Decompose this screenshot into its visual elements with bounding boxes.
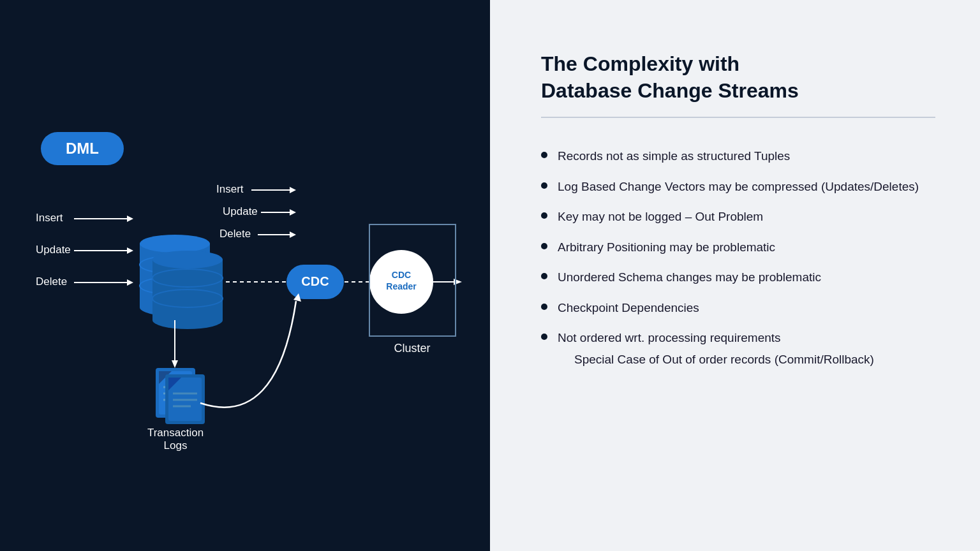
svg-point-18 — [152, 251, 223, 268]
bullet-dot — [541, 273, 547, 279]
svg-rect-44 — [156, 368, 195, 418]
svg-text:Transaction: Transaction — [147, 427, 204, 439]
svg-marker-34 — [369, 279, 376, 285]
bullet-text-6: Checkpoint Dependencies — [558, 299, 699, 317]
svg-text:Delete: Delete — [219, 228, 251, 240]
svg-text:CDC: CDC — [301, 274, 329, 288]
svg-text:Cluster: Cluster — [394, 342, 430, 355]
page-title: The Complexity with Database Change Stre… — [541, 51, 935, 104]
bullet-item-7: Not ordered wrt. processing requirements… — [541, 323, 935, 378]
svg-text:CDC: CDC — [392, 270, 411, 280]
bullet-with-sub: Not ordered wrt. processing requirements… — [558, 329, 874, 372]
svg-text:Logs: Logs — [164, 439, 188, 452]
svg-point-13 — [140, 235, 210, 253]
svg-text:Reader: Reader — [386, 281, 417, 291]
sub-item-7: Special Case of Out of order records (Co… — [558, 347, 874, 372]
svg-marker-29 — [290, 231, 296, 238]
bullet-dot — [541, 182, 547, 189]
bullet-text-1: Records not as simple as structured Tupl… — [558, 147, 790, 165]
svg-rect-17 — [152, 260, 223, 320]
title-line2: Database Change Streams — [541, 79, 799, 102]
bullet-item-3: Key may not be logged – Out Problem — [541, 202, 935, 232]
svg-marker-7 — [127, 247, 133, 254]
svg-text:DML: DML — [66, 140, 99, 157]
bullet-item-1: Records not as simple as structured Tupl… — [541, 141, 935, 172]
bullet-dot — [541, 152, 547, 158]
svg-rect-40 — [369, 224, 456, 336]
svg-point-20 — [152, 290, 223, 307]
svg-marker-4 — [127, 216, 133, 222]
bullet-dot — [541, 212, 547, 219]
svg-marker-46 — [159, 371, 172, 384]
svg-text:Update: Update — [223, 205, 258, 217]
svg-marker-58 — [293, 293, 301, 302]
svg-marker-52 — [168, 378, 181, 390]
bullet-dot — [541, 243, 547, 249]
svg-marker-23 — [290, 187, 296, 193]
title-divider — [541, 117, 935, 118]
svg-marker-10 — [127, 279, 133, 286]
svg-point-14 — [140, 256, 210, 274]
left-panel: DML Insert Update Delete — [0, 0, 490, 551]
sub-text-7: Special Case of Out of order records (Co… — [574, 353, 874, 366]
svg-rect-31 — [286, 265, 344, 299]
right-panel: The Complexity with Database Change Stre… — [490, 0, 980, 551]
svg-point-11 — [140, 298, 210, 316]
svg-text:Update: Update — [36, 244, 71, 256]
svg-rect-0 — [41, 132, 124, 165]
bullet-item-5: Unordered Schema changes may be problema… — [541, 262, 935, 293]
bullet-item-4: Arbitrary Positioning may be problematic — [541, 232, 935, 263]
diagram-container: DML Insert Update Delete — [22, 97, 468, 454]
bullet-dot — [541, 304, 547, 310]
svg-rect-50 — [165, 374, 205, 424]
svg-rect-51 — [168, 378, 202, 421]
svg-point-35 — [369, 250, 433, 314]
svg-text:Insert: Insert — [216, 183, 244, 195]
bullet-list: Records not as simple as structured Tupl… — [541, 141, 935, 378]
title-line1: The Complexity with — [541, 52, 739, 75]
svg-rect-45 — [159, 371, 192, 415]
svg-point-16 — [152, 311, 223, 329]
bullet-item-6: Checkpoint Dependencies — [541, 293, 935, 323]
bullet-item-2: Log Based Change Vectors may be compress… — [541, 172, 935, 202]
svg-marker-39 — [454, 279, 462, 285]
svg-point-15 — [140, 277, 210, 295]
svg-point-19 — [152, 269, 223, 287]
bullet-text-7: Not ordered wrt. processing requirements — [558, 331, 781, 344]
svg-marker-43 — [172, 360, 178, 368]
bullet-text-5: Unordered Schema changes may be problema… — [558, 268, 821, 286]
svg-text:Insert: Insert — [36, 212, 63, 224]
bullet-dot — [541, 334, 547, 340]
bullet-text-4: Arbitrary Positioning may be problematic — [558, 239, 775, 256]
svg-rect-12 — [140, 244, 210, 307]
bullet-text-3: Key may not be logged – Out Problem — [558, 208, 763, 226]
bullet-text-2: Log Based Change Vectors may be compress… — [558, 178, 919, 196]
svg-marker-26 — [290, 209, 296, 216]
svg-text:Delete: Delete — [36, 276, 67, 288]
